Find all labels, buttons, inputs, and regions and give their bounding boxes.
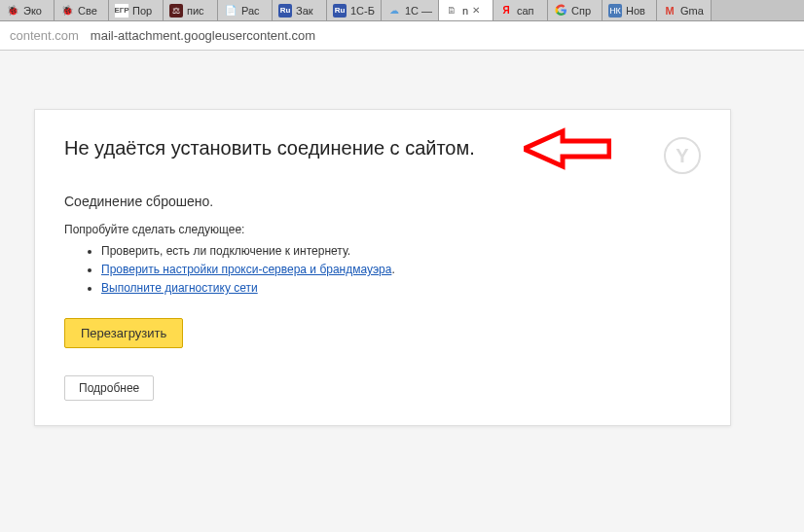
annotation-arrow-icon xyxy=(524,127,611,170)
ru-icon: Ru xyxy=(278,4,292,18)
tab-gmail[interactable]: M Gma xyxy=(657,0,712,20)
browser-tabs-bar: 🐞 Эко 🐞 Све ЕГР Пор ⚖ пис 📄 Рас Ru Зак R… xyxy=(0,0,804,21)
tab-label: Gma xyxy=(680,5,704,17)
network-diagnostics-link[interactable]: Выполните диагностику сети xyxy=(101,281,258,295)
yandex-browser-logo-icon: Y xyxy=(664,137,701,174)
list-item: Проверить настройки прокси-сервера и бра… xyxy=(101,261,701,279)
tab-label: n xyxy=(462,5,468,17)
tab-zak[interactable]: Ru Зак xyxy=(273,0,327,20)
tab-nov[interactable]: НК Нов xyxy=(603,0,657,20)
list-item: Выполните диагностику сети xyxy=(101,279,701,298)
tab-sve[interactable]: 🐞 Све xyxy=(55,0,109,20)
tab-label: Све xyxy=(78,5,97,17)
egr-icon: ЕГР xyxy=(115,4,128,18)
error-subtitle: Соединение сброшено. xyxy=(64,194,701,209)
error-title: Не удаётся установить соединение с сайто… xyxy=(64,137,475,160)
tab-pis[interactable]: ⚖ пис xyxy=(164,0,218,20)
reload-button[interactable]: Перезагрузить xyxy=(64,318,183,348)
yandex-icon: Я xyxy=(499,4,513,18)
tab-spr[interactable]: Спр xyxy=(548,0,603,20)
tab-label: Нов xyxy=(626,5,645,17)
address-bar[interactable]: content.com mail-attachment.googleuserco… xyxy=(0,21,804,51)
error-try-text: Попробуйте сделать следующее: xyxy=(64,223,701,236)
page-icon: 🗎 xyxy=(445,4,458,18)
scales-icon: ⚖ xyxy=(169,4,183,18)
tab-label: Спр xyxy=(571,5,591,17)
tab-label: Пор xyxy=(132,5,152,17)
tab-current[interactable]: 🗎 n ✕ xyxy=(439,0,493,20)
tab-label: сап xyxy=(517,5,534,17)
tab-label: пис xyxy=(187,5,204,17)
tab-label: 1С-Б xyxy=(350,5,375,17)
tab-label: Зак xyxy=(296,5,313,17)
google-icon xyxy=(554,4,567,18)
tab-ras[interactable]: 📄 Рас xyxy=(218,0,273,20)
tab-label: Рас xyxy=(241,5,260,17)
bug-icon: 🐞 xyxy=(60,4,74,18)
tab-label: 1С — xyxy=(405,5,432,17)
close-icon[interactable]: ✕ xyxy=(472,5,480,16)
gmail-icon: M xyxy=(663,4,676,18)
bug-icon: 🐞 xyxy=(6,4,19,18)
nk-icon: НК xyxy=(608,4,622,18)
tab-sap[interactable]: Я сап xyxy=(493,0,548,20)
tab-por[interactable]: ЕГР Пор xyxy=(109,0,164,20)
details-button[interactable]: Подробнее xyxy=(64,375,154,401)
error-card: Не удаётся установить соединение с сайто… xyxy=(34,109,731,426)
proxy-settings-link[interactable]: Проверить настройки прокси-сервера и бра… xyxy=(101,263,391,276)
address-prefix: content.com xyxy=(10,28,79,43)
page-content: Не удаётся установить соединение с сайто… xyxy=(0,51,804,426)
address-url: mail-attachment.googleusercontent.com xyxy=(91,28,315,43)
cloud-icon: ☁ xyxy=(387,4,401,18)
suggestions-list: Проверить, есть ли подключение к интерне… xyxy=(64,242,701,299)
document-icon: 📄 xyxy=(224,4,238,18)
tab-eco[interactable]: 🐞 Эко xyxy=(0,0,55,20)
tab-label: Эко xyxy=(23,5,42,17)
suggestion-check-internet: Проверить, есть ли подключение к интерне… xyxy=(101,242,701,261)
tab-1c-b[interactable]: Ru 1С-Б xyxy=(327,0,382,20)
tab-1c[interactable]: ☁ 1С — xyxy=(382,0,439,20)
ru-icon: Ru xyxy=(333,4,347,18)
